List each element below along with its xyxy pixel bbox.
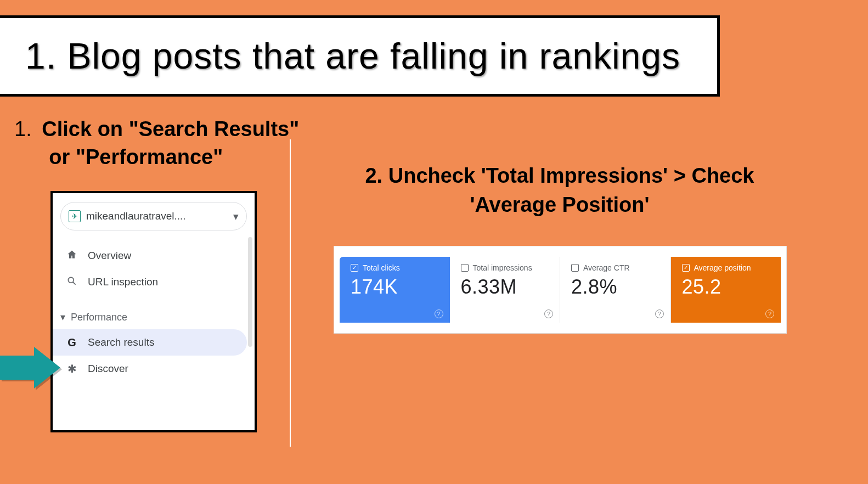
sidebar-item-label: Overview xyxy=(88,250,131,262)
metric-card-total-clicks[interactable]: ✓ Total clicks 174K ? xyxy=(340,257,450,323)
scrollbar[interactable] xyxy=(248,237,252,347)
slide-title: 1. Blog posts that are falling in rankin… xyxy=(25,35,680,77)
sidebar-item-label: URL inspection xyxy=(88,276,158,288)
metric-card-average-ctr[interactable]: Average CTR 2.8% ? xyxy=(560,257,671,323)
step1-line1: Click on "Search Results" xyxy=(42,117,299,140)
search-icon xyxy=(66,275,78,289)
home-icon xyxy=(66,249,78,263)
sidebar-item-overview[interactable]: Overview xyxy=(53,243,255,269)
metric-label: Average position xyxy=(694,263,751,272)
sidebar-item-label: Discover xyxy=(88,363,128,375)
checkbox-checked-icon: ✓ xyxy=(682,264,690,272)
step2-instruction: 2. Uncheck 'Total Impressions' > Check '… xyxy=(313,161,807,220)
metric-value: 6.33M xyxy=(461,275,549,299)
performance-metrics-panel: ✓ Total clicks 174K ? Total impressions … xyxy=(334,246,787,334)
help-icon[interactable]: ? xyxy=(655,309,664,318)
help-icon[interactable]: ? xyxy=(544,309,553,318)
checkbox-checked-icon: ✓ xyxy=(351,264,358,272)
sidebar-section-label: Performance xyxy=(71,312,127,323)
svg-marker-2 xyxy=(0,347,60,389)
help-icon[interactable]: ? xyxy=(765,309,774,318)
svg-line-1 xyxy=(73,282,76,285)
svg-point-0 xyxy=(68,277,74,283)
metric-value: 2.8% xyxy=(571,275,660,299)
step1-instruction: 1. Click on "Search Results" or "Perform… xyxy=(14,115,299,172)
sidebar-item-search-results[interactable]: G Search results xyxy=(53,329,247,356)
metric-card-average-position[interactable]: ✓ Average position 25.2 ? xyxy=(671,257,781,323)
metric-label: Total impressions xyxy=(473,263,532,272)
metric-value: 174K xyxy=(351,275,439,299)
sidebar-section-performance[interactable]: ▾ Performance xyxy=(53,305,255,329)
sidebar-item-url-inspection[interactable]: URL inspection xyxy=(53,269,255,295)
checkbox-unchecked-icon xyxy=(571,264,579,272)
property-selector[interactable]: ✈ mikeandlauratravel.... ▾ xyxy=(60,202,247,230)
metric-value: 25.2 xyxy=(682,275,770,299)
vertical-divider xyxy=(290,139,291,447)
checkbox-unchecked-icon xyxy=(461,264,469,272)
site-favicon-icon: ✈ xyxy=(69,210,81,222)
sidebar-item-label: Search results xyxy=(88,336,154,348)
google-g-icon: G xyxy=(66,336,78,349)
search-console-sidebar: ✈ mikeandlauratravel.... ▾ Overview URL … xyxy=(50,191,257,432)
metric-label: Total clicks xyxy=(363,263,400,272)
asterisk-icon: ✱ xyxy=(66,362,78,375)
metric-label: Average CTR xyxy=(583,263,630,272)
chevron-down-icon: ▾ xyxy=(60,311,65,323)
slide-title-box: 1. Blog posts that are falling in rankin… xyxy=(0,15,720,97)
pointer-arrow-icon xyxy=(0,347,60,389)
step1-number: 1. xyxy=(14,117,32,140)
step2-line2: 'Average Position' xyxy=(470,193,649,216)
step2-line1: 2. Uncheck 'Total Impressions' > Check xyxy=(365,164,754,187)
sidebar-item-discover[interactable]: ✱ Discover xyxy=(53,356,255,382)
step1-line2: or "Performance" xyxy=(49,145,223,168)
metric-card-total-impressions[interactable]: Total impressions 6.33M ? xyxy=(450,257,561,323)
property-name: mikeandlauratravel.... xyxy=(86,210,186,222)
help-icon[interactable]: ? xyxy=(435,309,443,318)
chevron-down-icon: ▾ xyxy=(233,210,239,223)
